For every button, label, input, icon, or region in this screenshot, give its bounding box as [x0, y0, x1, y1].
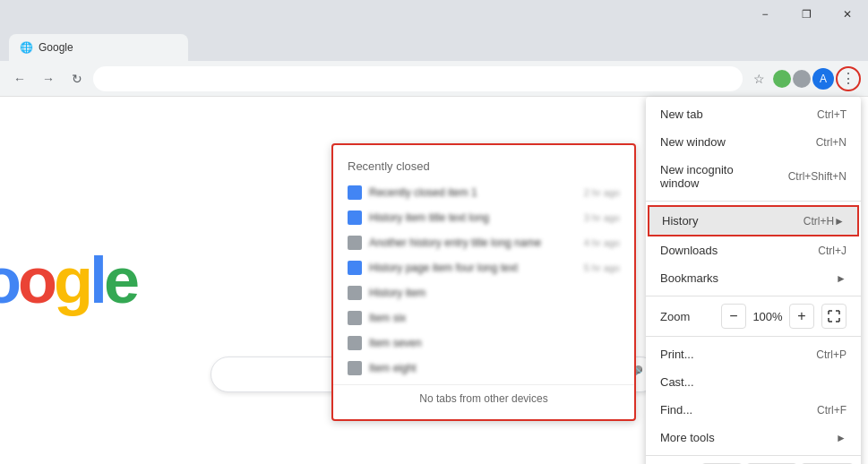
- menu-item-new-window-label: New window: [660, 135, 802, 149]
- restore-button[interactable]: ❐: [786, 0, 827, 29]
- main-content: oogle 🎤 Recently closed Recently closed …: [0, 97, 868, 464]
- zoom-value: 100%: [750, 310, 786, 323]
- menu-item-find[interactable]: Find... Ctrl+F: [646, 396, 861, 424]
- menu-divider-1: [646, 201, 861, 202]
- history-item-text: Another history entry title long name: [369, 236, 577, 249]
- history-panel-header: Recently closed: [333, 152, 634, 180]
- zoom-row: Zoom − 100% +: [646, 300, 861, 332]
- history-item-text: Item seven: [369, 337, 620, 349]
- zoom-label: Zoom: [660, 310, 721, 323]
- menu-item-incognito[interactable]: New incognito window Ctrl+Shift+N: [646, 156, 861, 197]
- toolbar: ← → ↻ ☆ A ⋮: [0, 61, 868, 97]
- list-item[interactable]: History item title text long 3 hr ago: [333, 205, 634, 230]
- zoom-controls: − 100% +: [721, 304, 847, 329]
- menu-item-find-shortcut: Ctrl+F: [817, 404, 847, 417]
- menu-item-new-window-shortcut: Ctrl+N: [816, 136, 847, 149]
- menu-item-downloads[interactable]: Downloads Ctrl+J: [646, 236, 861, 264]
- submenu-arrow-icon: ►: [836, 272, 847, 285]
- minimize-button[interactable]: −: [744, 0, 786, 29]
- menu-item-downloads-shortcut: Ctrl+J: [818, 245, 847, 257]
- profile-icon[interactable]: A: [812, 68, 834, 90]
- menu-item-bookmarks[interactable]: Bookmarks ►: [646, 264, 861, 292]
- back-button[interactable]: ←: [7, 66, 32, 91]
- title-bar: − ❐ ✕: [0, 0, 868, 29]
- history-favicon: [348, 211, 362, 225]
- menu-item-history[interactable]: History Ctrl+H ►: [648, 205, 859, 236]
- close-button[interactable]: ✕: [827, 0, 868, 29]
- menu-item-incognito-shortcut: Ctrl+Shift+N: [788, 170, 847, 183]
- menu-item-print[interactable]: Print... Ctrl+P: [646, 340, 861, 368]
- history-item-time: 5 hr ago: [584, 262, 620, 273]
- profile-dot-green[interactable]: [773, 70, 791, 88]
- menu-item-incognito-label: New incognito window: [660, 163, 774, 190]
- toolbar-right: ☆ A ⋮: [746, 66, 861, 91]
- tab-title: Google: [39, 41, 73, 54]
- menu-item-history-shortcut: Ctrl+H: [804, 215, 834, 228]
- bookmark-button[interactable]: ☆: [746, 66, 771, 91]
- list-item[interactable]: History page item four long text 5 hr ag…: [333, 255, 634, 280]
- list-item[interactable]: Recently closed item 1 2 hr ago: [333, 180, 634, 205]
- history-item-text: Recently closed item 1: [369, 186, 577, 199]
- history-item-text: History item: [369, 287, 620, 299]
- menu-item-new-window[interactable]: New window Ctrl+N: [646, 128, 861, 156]
- menu-item-bookmarks-label: Bookmarks: [660, 271, 836, 285]
- history-no-tabs-message: No tabs from other devices: [333, 384, 634, 412]
- submenu-arrow-icon: ►: [836, 432, 847, 444]
- zoom-in-button[interactable]: +: [789, 304, 814, 329]
- zoom-out-button[interactable]: −: [721, 304, 746, 329]
- menu-divider-4: [646, 455, 861, 456]
- menu-item-downloads-label: Downloads: [660, 244, 804, 257]
- menu-item-history-label: History: [662, 214, 789, 228]
- menu-item-find-label: Find...: [660, 403, 803, 417]
- profile-dot-gray[interactable]: [793, 70, 811, 88]
- history-favicon: [348, 311, 362, 325]
- edit-row: Edit Cut Copy Paste: [646, 460, 861, 464]
- history-favicon: [348, 185, 362, 200]
- history-item-time: 3 hr ago: [584, 212, 620, 223]
- history-favicon: [348, 236, 362, 250]
- menu-item-new-tab-label: New tab: [660, 107, 803, 121]
- history-item-text: History page item four long text: [369, 262, 577, 274]
- history-favicon: [348, 286, 362, 300]
- history-favicon: [348, 261, 362, 275]
- menu-divider-2: [646, 296, 861, 296]
- chrome-context-menu: New tab Ctrl+T New window Ctrl+N New inc…: [646, 97, 861, 464]
- menu-item-new-tab[interactable]: New tab Ctrl+T: [646, 100, 861, 128]
- history-favicon: [348, 361, 362, 375]
- list-item[interactable]: Item eight: [333, 356, 634, 381]
- fullscreen-button[interactable]: [821, 304, 847, 329]
- history-item-text: Item six: [369, 312, 620, 324]
- menu-item-cast[interactable]: Cast...: [646, 368, 861, 396]
- menu-item-more-tools[interactable]: More tools ►: [646, 424, 861, 451]
- active-tab[interactable]: 🌐 Google: [9, 34, 188, 61]
- chrome-menu-button[interactable]: ⋮: [836, 66, 861, 91]
- tab-favicon: 🌐: [20, 41, 33, 54]
- tab-bar: 🌐 Google: [0, 29, 868, 61]
- submenu-arrow-icon: ►: [834, 215, 845, 228]
- history-item-text: History item title text long: [369, 211, 577, 224]
- list-item[interactable]: Item six: [333, 305, 634, 331]
- omnibox[interactable]: [93, 66, 743, 91]
- history-item-time: 4 hr ago: [584, 237, 620, 248]
- history-item-time: 2 hr ago: [584, 187, 620, 198]
- menu-item-more-tools-label: More tools: [660, 431, 836, 444]
- list-item[interactable]: History item: [333, 280, 634, 305]
- history-item-text: Item eight: [369, 362, 620, 374]
- list-item[interactable]: Item seven: [333, 331, 634, 356]
- history-submenu-panel: Recently closed Recently closed item 1 2…: [331, 143, 636, 421]
- menu-item-print-label: Print...: [660, 348, 802, 361]
- forward-button[interactable]: →: [36, 66, 61, 91]
- reload-button[interactable]: ↻: [64, 66, 90, 91]
- menu-divider-3: [646, 336, 861, 337]
- history-favicon: [348, 336, 362, 350]
- menu-item-new-tab-shortcut: Ctrl+T: [817, 108, 847, 121]
- window-controls: − ❐ ✕: [744, 0, 868, 29]
- menu-item-print-shortcut: Ctrl+P: [816, 348, 847, 361]
- google-logo: oogle: [0, 244, 136, 317]
- menu-item-cast-label: Cast...: [660, 375, 847, 389]
- list-item[interactable]: Another history entry title long name 4 …: [333, 230, 634, 255]
